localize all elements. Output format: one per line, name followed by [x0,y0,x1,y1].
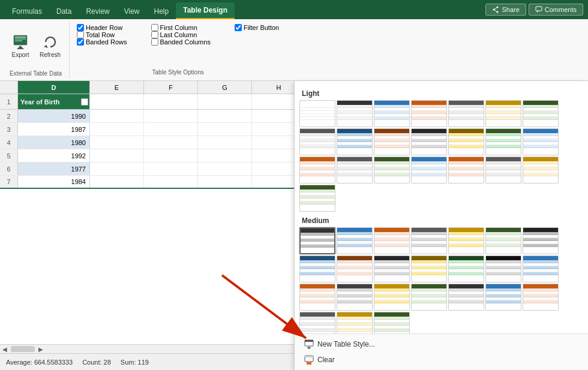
comments-button[interactable]: Comments [529,4,583,16]
col-header-g[interactable]: G [198,81,252,94]
col-header-e[interactable]: E [90,81,144,94]
new-table-style-icon [304,339,314,349]
style-thumb-med-yellow4[interactable] [337,312,373,333]
scroll-right-arrow[interactable]: ▶ [36,346,46,353]
medium-styles-grid [297,227,586,333]
data-cell [144,110,198,122]
style-thumb-none[interactable] [299,100,335,127]
style-thumb-light-yellow2[interactable] [448,128,484,155]
style-thumb-light-1[interactable] [337,100,373,127]
table-style-options-group: Header Row Total Row Banded Rows First C… [72,22,284,78]
new-table-style-button[interactable]: New Table Style... [299,336,583,352]
tab-view[interactable]: View [117,4,147,19]
style-thumb-med-orange[interactable] [374,227,410,254]
filter-dropdown-icon[interactable]: ▼ [81,98,88,106]
data-cell[interactable]: 1977 [18,163,90,175]
style-thumb-med-blue[interactable] [337,227,373,254]
style-thumb-med-orange4[interactable] [523,284,559,311]
style-thumb-med-green[interactable] [485,227,521,254]
data-cell [144,123,198,136]
tab-table-design[interactable]: Table Design [176,2,235,19]
style-thumb-med-gray4[interactable] [299,312,335,333]
style-thumb-light-orange4[interactable] [448,157,484,184]
tab-formulas[interactable]: Formulas [5,4,49,19]
style-thumb-light-gray[interactable] [448,100,484,127]
data-cell[interactable]: 1980 [18,136,90,149]
ribbon-area: Formulas Data Review View Help Table Des… [0,0,588,81]
style-thumb-light-gray3[interactable] [337,157,373,184]
style-thumb-light-yellow[interactable] [485,100,521,127]
data-cell [90,176,144,188]
svg-rect-7 [15,37,26,38]
style-thumb-med-orange2[interactable] [337,255,373,282]
style-thumb-light-blue4[interactable] [411,157,447,184]
data-cell[interactable]: 1992 [18,149,90,162]
scroll-left-arrow[interactable]: ◀ [0,346,10,353]
data-cell[interactable]: 1990 [18,110,90,122]
style-thumb-med-orange3[interactable] [299,284,335,311]
export-button[interactable]: Export [7,30,34,61]
style-thumb-med-3[interactable] [485,255,521,282]
tab-data[interactable]: Data [49,4,79,19]
col-header-d[interactable]: D [18,81,90,94]
style-thumb-med-gray2[interactable] [374,255,410,282]
h-scroll-thumb[interactable] [11,346,35,352]
style-panel-scroll[interactable]: Light Medium [295,81,588,333]
style-thumb-light-blue[interactable] [374,100,410,127]
style-thumb-light-green4[interactable] [299,185,335,212]
new-table-style-label: New Table Style... [317,340,375,348]
style-thumb-light-green[interactable] [523,100,559,127]
filter-button-checkbox[interactable]: Filter Button [235,24,279,31]
data-cell[interactable]: 1984 [18,176,90,188]
style-panel-footer: New Table Style... Clear [295,333,588,370]
header-row-checkbox[interactable]: Header Row [77,24,127,31]
style-thumb-light-gray2[interactable] [411,128,447,155]
style-thumb-med-blue4[interactable] [485,284,521,311]
svg-line-3 [494,7,497,10]
svg-rect-5 [536,7,542,11]
style-thumb-med-blue2[interactable] [299,255,335,282]
style-thumb-light-yellow4[interactable] [523,157,559,184]
clear-style-button[interactable]: Clear [299,352,583,368]
banded-rows-checkbox[interactable]: Banded Rows [77,38,127,46]
style-thumb-light-blue2[interactable] [337,128,373,155]
style-thumb-light-orange2[interactable] [374,128,410,155]
style-thumb-med-green3[interactable] [411,284,447,311]
data-cell [198,136,252,149]
first-column-checkbox[interactable]: First Column [151,24,211,31]
style-thumb-light-orange3[interactable] [299,157,335,184]
style-thumb-med-2[interactable] [523,227,559,254]
style-thumb-med-gray[interactable] [411,227,447,254]
year-of-birth-header-cell[interactable]: Year of Birth ▼ [18,94,90,109]
last-column-checkbox[interactable]: Last Column [151,31,211,38]
style-thumb-light-orange[interactable] [411,100,447,127]
style-thumb-light-green2[interactable] [485,128,521,155]
tab-help[interactable]: Help [147,4,176,19]
style-thumb-med-green4[interactable] [374,312,410,333]
refresh-icon [42,34,59,50]
banded-columns-checkbox[interactable]: Banded Columns [151,38,211,46]
style-thumb-light-2[interactable] [299,128,335,155]
style-thumb-med-gray3[interactable] [337,284,373,311]
style-thumb-med-4[interactable] [448,284,484,311]
style-thumb-light-green3[interactable] [374,157,410,184]
data-cell[interactable]: 1987 [18,123,90,136]
total-row-checkbox[interactable]: Total Row [77,31,127,38]
style-thumb-med-1[interactable] [299,227,335,254]
refresh-button[interactable]: Refresh [36,30,64,61]
style-thumb-med-green2[interactable] [448,255,484,282]
style-thumb-med-yellow2[interactable] [411,255,447,282]
share-button[interactable]: Share [485,4,526,16]
data-cell [198,110,252,122]
style-thumb-med-yellow[interactable] [448,227,484,254]
style-thumb-light-blue3[interactable] [523,128,559,155]
status-count: Count: 28 [82,359,111,366]
style-thumb-light-gray4[interactable] [485,157,521,184]
style-thumb-med-yellow3[interactable] [374,284,410,311]
col-header-f[interactable]: F [144,81,198,94]
tab-review[interactable]: Review [79,4,116,19]
status-sum: Sum: 119 [121,359,149,366]
style-thumb-med-blue3[interactable] [523,255,559,282]
data-cell [198,163,252,175]
row-header: 3 [0,123,18,136]
